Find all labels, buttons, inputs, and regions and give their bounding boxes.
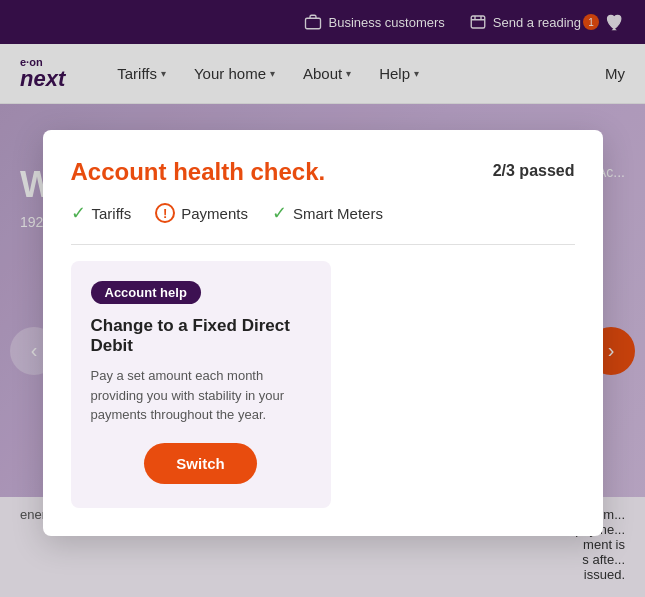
modal-title: Account health check.	[71, 158, 326, 186]
switch-button[interactable]: Switch	[144, 443, 256, 484]
check-tariffs: ✓ Tariffs	[71, 202, 132, 224]
divider	[71, 244, 575, 245]
tariffs-check-label: Tariffs	[92, 205, 132, 222]
account-help-badge: Account help	[91, 281, 201, 304]
check-items-row: ✓ Tariffs ! Payments ✓ Smart Meters	[71, 202, 575, 224]
tariffs-check-icon: ✓	[71, 202, 86, 224]
rec-description: Pay a set amount each month providing yo…	[91, 366, 311, 425]
check-payments: ! Payments	[155, 203, 248, 223]
rec-title: Change to a Fixed Direct Debit	[91, 316, 311, 356]
smart-meters-check-icon: ✓	[272, 202, 287, 224]
health-check-modal: Account health check. 2/3 passed ✓ Tarif…	[43, 130, 603, 536]
modal-header: Account health check. 2/3 passed	[71, 158, 575, 186]
smart-meters-check-label: Smart Meters	[293, 205, 383, 222]
check-smart-meters: ✓ Smart Meters	[272, 202, 383, 224]
payments-warning-icon: !	[155, 203, 175, 223]
modal-overlay: Account health check. 2/3 passed ✓ Tarif…	[0, 0, 645, 597]
modal-passed-count: 2/3 passed	[493, 162, 575, 180]
recommendation-card: Account help Change to a Fixed Direct De…	[71, 261, 331, 508]
payments-check-label: Payments	[181, 205, 248, 222]
